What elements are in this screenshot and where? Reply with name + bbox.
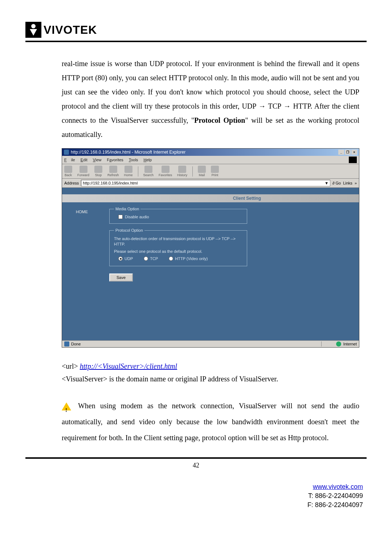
divider-bottom xyxy=(25,457,367,459)
toolbar: Back Forward Stop Refresh Home Search Fa… xyxy=(62,164,359,179)
screenshot: http://192.168.0.195/index.html - Micros… xyxy=(25,148,367,348)
back-button[interactable]: Back xyxy=(64,166,72,177)
minimize-button[interactable]: _ xyxy=(338,150,344,155)
mail-button[interactable]: Mail xyxy=(198,166,206,177)
protocol-desc-1: The auto-detection order of transmission… xyxy=(114,236,242,247)
protocol-legend: Protocol Option xyxy=(114,228,144,232)
search-button[interactable]: Search xyxy=(143,166,154,177)
radio-icon xyxy=(144,256,148,261)
internet-zone-icon xyxy=(336,341,341,347)
divider-top xyxy=(25,41,367,42)
ie-window: http://192.168.0.195/index.html - Micros… xyxy=(62,148,359,348)
radio-icon xyxy=(169,256,173,261)
body-paragraph: real-time issue is worse than UDP protoc… xyxy=(25,57,367,142)
footer: www.vivotek.com T: 886-2-22404099 F: 886… xyxy=(0,482,392,524)
menu-view[interactable]: View xyxy=(93,158,102,162)
maximize-button[interactable]: ❐ xyxy=(345,150,351,155)
address-input[interactable]: http://192.168.0.195/index.html▼ xyxy=(81,180,330,186)
radio-tcp[interactable]: TCP xyxy=(144,256,158,261)
radio-udp[interactable]: UDP xyxy=(118,256,133,261)
home-button[interactable]: Home xyxy=(124,166,133,177)
ie-icon xyxy=(64,150,69,155)
favorites-button[interactable]: Favorites xyxy=(159,166,172,177)
warning-paragraph: When using modem as the network connecti… xyxy=(25,398,367,446)
status-text: Done xyxy=(71,342,81,346)
print-button[interactable]: Print xyxy=(211,166,219,177)
footer-fax: F: 886-2-22404097 xyxy=(307,501,363,509)
menubar: File Edit View Favorites Tools Help xyxy=(62,156,359,164)
page-banner: Client Setting xyxy=(62,194,359,202)
zone-text: Internet xyxy=(343,342,357,346)
menu-help[interactable]: Help xyxy=(143,158,152,162)
footer-url[interactable]: www.vivotek.com xyxy=(313,483,363,490)
protocol-option-group: Protocol Option The auto-detection order… xyxy=(109,228,247,266)
menu-favorites[interactable]: Favorites xyxy=(107,158,123,162)
warning-icon xyxy=(62,402,71,410)
url-line: <url> http://<VisualServer>/client.html xyxy=(25,362,367,370)
vs-desc: <VisualServer> is the domain name or ori… xyxy=(25,375,367,383)
windows-flag-icon xyxy=(349,157,357,163)
menu-edit[interactable]: Edit xyxy=(81,158,87,162)
logo-text: VIVOTEK xyxy=(44,23,97,37)
menu-file[interactable]: File xyxy=(64,158,75,162)
page-number: 42 xyxy=(0,462,392,469)
go-button[interactable]: ∂Go xyxy=(332,181,341,185)
address-label: Address xyxy=(64,181,79,185)
close-button[interactable]: × xyxy=(351,150,357,155)
radio-http[interactable]: HTTP (Video only) xyxy=(169,256,208,261)
links-label[interactable]: Links xyxy=(343,181,352,185)
save-button[interactable]: Save xyxy=(109,274,133,281)
history-button[interactable]: History xyxy=(177,166,187,177)
ie-titlebar: http://192.168.0.195/index.html - Micros… xyxy=(62,149,359,156)
checkbox-icon xyxy=(118,215,123,219)
address-bar: Address http://192.168.0.195/index.html▼… xyxy=(62,179,359,188)
disable-audio-checkbox[interactable]: Disable audio xyxy=(118,215,242,219)
statusbar: Done Internet xyxy=(62,340,359,347)
client-url-link[interactable]: http://<VisualServer>/client.html xyxy=(80,362,177,370)
protocol-desc-2: Please select one protocol as the defaul… xyxy=(114,249,242,254)
logo: VIVOTEK xyxy=(25,22,367,38)
refresh-button[interactable]: Refresh xyxy=(107,166,119,177)
logo-icon xyxy=(25,22,41,38)
menu-tools[interactable]: Tools xyxy=(129,158,138,162)
page-content: Client Setting HOME Media Option Disable… xyxy=(62,188,359,340)
media-legend: Media Option xyxy=(114,207,140,211)
home-link[interactable]: HOME xyxy=(76,210,88,214)
forward-button[interactable]: Forward xyxy=(77,166,89,177)
media-option-group: Media Option Disable audio xyxy=(109,207,247,224)
window-title: http://192.168.0.195/index.html - Micros… xyxy=(71,150,185,155)
footer-tel: T: 886-2-22404099 xyxy=(308,492,363,499)
radio-icon xyxy=(118,256,123,261)
ie-status-icon xyxy=(64,341,69,347)
stop-button[interactable]: Stop xyxy=(94,166,102,177)
